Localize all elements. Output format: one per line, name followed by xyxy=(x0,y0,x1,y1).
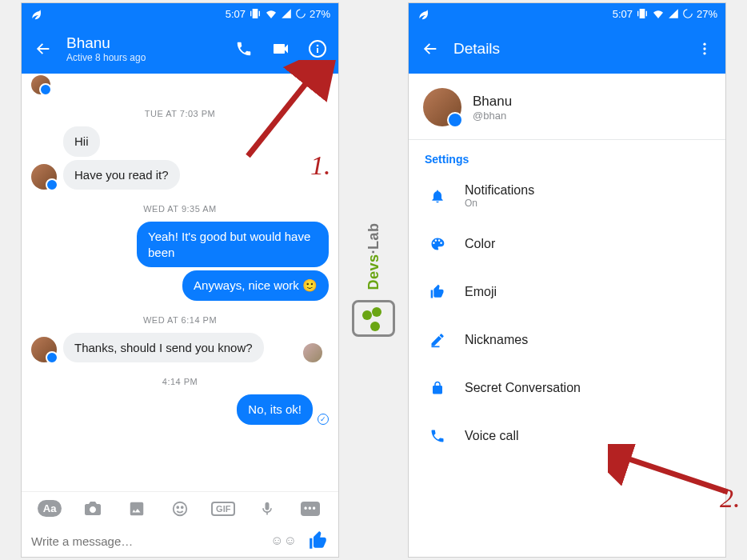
video-icon xyxy=(271,39,290,58)
message-input[interactable] xyxy=(31,534,270,548)
wifi-icon xyxy=(652,7,665,20)
chat-body[interactable]: TUE AT 7:03 PM Hii Have you read it? WED… xyxy=(22,74,338,499)
status-time: 5:07 xyxy=(613,8,633,20)
composer: Aa GIF ••• ☺☺ xyxy=(22,491,338,557)
avatar-icon xyxy=(423,88,461,126)
row-label: Voice call xyxy=(465,429,519,443)
profile-handle: @bhan xyxy=(473,110,512,122)
message-row: Hii xyxy=(31,126,329,157)
avatar-icon[interactable] xyxy=(31,164,57,190)
camera-icon xyxy=(83,499,102,518)
signal-icon xyxy=(281,8,292,19)
loading-icon xyxy=(295,8,306,19)
settings-emoji[interactable]: Emoji xyxy=(409,268,725,316)
voice-button[interactable] xyxy=(256,498,278,520)
profile-name: Bhanu xyxy=(473,94,512,110)
leaf-icon xyxy=(417,7,429,20)
like-button[interactable] xyxy=(308,530,329,551)
more-button[interactable]: ••• xyxy=(299,498,322,520)
voice-call-button[interactable] xyxy=(234,39,254,58)
svg-rect-11 xyxy=(432,346,440,348)
settings-voice-call[interactable]: Voice call xyxy=(409,412,725,460)
details-body: Bhanu @bhan Settings Notifications On Co… xyxy=(409,74,725,460)
more-vert-icon xyxy=(697,41,713,57)
row-label: Color xyxy=(465,237,495,251)
phone-chat: 5:07 27% Bhanu Active 8 hours ago TUE AT… xyxy=(21,2,339,558)
phone-details: 5:07 27% Details Bhanu @bhan Settings xyxy=(408,2,726,558)
details-header: Details xyxy=(409,24,725,74)
settings-secret-conversation[interactable]: Secret Conversation xyxy=(409,364,725,412)
svg-point-0 xyxy=(297,10,306,18)
status-time: 5:07 xyxy=(226,8,246,20)
smiley-icon xyxy=(171,500,189,518)
row-label: Emoji xyxy=(465,285,497,299)
chat-contact-name: Bhanu xyxy=(66,34,234,52)
gif-button[interactable]: GIF xyxy=(212,498,234,520)
pencil-icon xyxy=(429,332,445,348)
svg-point-7 xyxy=(684,10,693,18)
svg-point-2 xyxy=(317,45,319,47)
message-bubble[interactable]: Have you read it? xyxy=(63,160,180,190)
message-row: Yeah! It's good but would have been xyxy=(31,222,329,267)
details-title: Details xyxy=(453,40,695,58)
message-bubble[interactable]: Yeah! It's good but would have been xyxy=(137,222,329,267)
message-row: Have you read it? xyxy=(31,160,329,190)
bell-icon xyxy=(429,188,445,204)
phone-icon xyxy=(429,428,445,444)
timestamp: WED AT 9:35 AM xyxy=(31,204,329,214)
settings-color[interactable]: Color xyxy=(409,220,725,268)
avatar-icon[interactable] xyxy=(31,337,57,362)
profile-row[interactable]: Bhanu @bhan xyxy=(409,74,725,139)
message-row: No, its ok! xyxy=(31,394,329,425)
svg-point-10 xyxy=(703,52,705,54)
gallery-button[interactable] xyxy=(126,498,148,520)
dots-icon: ••• xyxy=(301,502,320,516)
message-bubble[interactable]: Anyways, nice work 🙂 xyxy=(182,270,329,301)
status-battery: 27% xyxy=(697,8,717,20)
svg-point-6 xyxy=(182,506,183,508)
leaf-icon xyxy=(30,7,42,20)
camera-button[interactable] xyxy=(82,498,104,520)
info-button[interactable] xyxy=(308,39,327,58)
overflow-button[interactable] xyxy=(695,39,714,58)
back-button[interactable] xyxy=(33,38,54,59)
message-bubble[interactable]: No, its ok! xyxy=(237,394,313,425)
back-button[interactable] xyxy=(420,38,441,59)
row-label: Secret Conversation xyxy=(465,381,581,395)
settings-section-title: Settings xyxy=(409,140,725,172)
row-sublabel: On xyxy=(465,198,534,209)
message-bubble[interactable]: Thanks, should I send you know? xyxy=(63,333,264,363)
watermark-phone-icon xyxy=(352,300,395,337)
message-row: Thanks, should I send you know? xyxy=(31,333,329,363)
settings-nicknames[interactable]: Nicknames xyxy=(409,316,725,364)
chat-title-block[interactable]: Bhanu Active 8 hours ago xyxy=(66,34,234,63)
info-icon xyxy=(308,39,327,58)
status-battery: 27% xyxy=(310,8,330,20)
wifi-icon xyxy=(265,7,278,20)
row-label: Notifications xyxy=(465,183,534,198)
timestamp: TUE AT 7:03 PM xyxy=(31,109,329,118)
sent-check-icon xyxy=(318,414,329,425)
lock-icon xyxy=(430,380,445,396)
text-format-button[interactable]: Aa xyxy=(38,498,61,520)
svg-point-4 xyxy=(174,502,187,515)
svg-point-5 xyxy=(177,506,178,508)
image-icon xyxy=(128,500,146,518)
vibrate-icon xyxy=(249,7,262,20)
arrow-left-icon xyxy=(421,40,439,58)
arrow-left-icon xyxy=(34,40,52,58)
settings-notifications[interactable]: Notifications On xyxy=(409,172,725,220)
chat-presence: Active 8 hours ago xyxy=(66,52,234,63)
row-label: Nicknames xyxy=(465,333,528,347)
emoji-button[interactable] xyxy=(169,498,191,520)
timestamp: WED AT 6:14 PM xyxy=(31,315,329,325)
palette-icon xyxy=(429,236,445,252)
emoji-grid-icon[interactable]: ☺☺ xyxy=(270,534,297,548)
video-call-button[interactable] xyxy=(271,39,290,58)
gif-icon: GIF xyxy=(211,502,235,516)
timestamp: 4:14 PM xyxy=(31,377,329,386)
signal-icon xyxy=(668,8,679,19)
chat-header: Bhanu Active 8 hours ago xyxy=(22,24,338,74)
message-bubble[interactable]: Hii xyxy=(63,126,100,157)
thumb-icon xyxy=(429,284,445,300)
